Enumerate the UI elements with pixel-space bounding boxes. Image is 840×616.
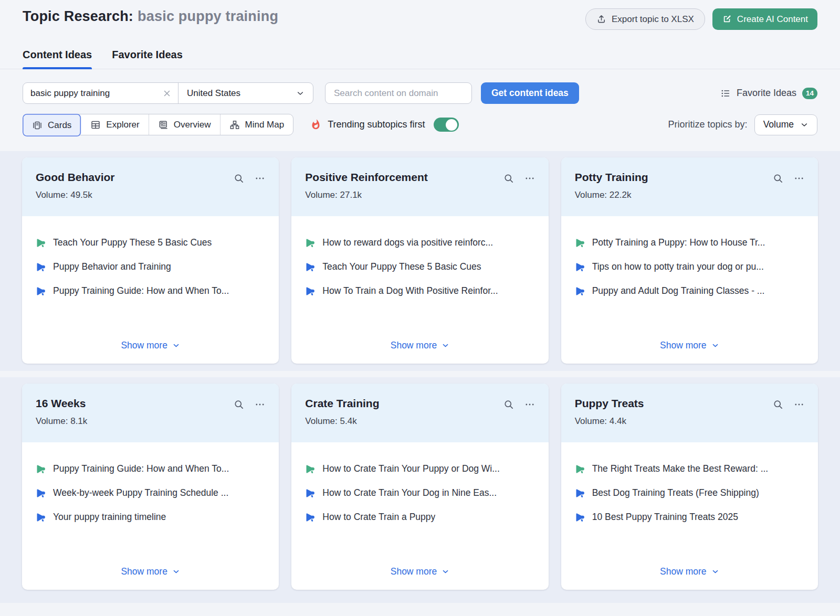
chevron-down-icon bbox=[711, 342, 719, 349]
content-idea[interactable]: Puppy Behavior and Training bbox=[36, 261, 265, 272]
search-topic-icon[interactable] bbox=[503, 173, 514, 184]
more-options-icon[interactable] bbox=[524, 173, 535, 184]
export-xlsx-button[interactable]: Export topic to XLSX bbox=[585, 8, 705, 30]
megaphone-icon bbox=[305, 512, 316, 523]
topic-title[interactable]: Potty Training bbox=[575, 171, 648, 184]
megaphone-icon bbox=[36, 512, 46, 523]
content-idea[interactable]: Teach Your Puppy These 5 Basic Cues bbox=[305, 261, 534, 272]
content-idea[interactable]: How to reward dogs via positive reinforc… bbox=[305, 237, 534, 248]
tab-content-ideas[interactable]: Content Ideas bbox=[23, 49, 92, 69]
view-explorer-button[interactable]: Explorer bbox=[81, 114, 149, 135]
content-idea[interactable]: Week-by-week Puppy Training Schedule ... bbox=[36, 487, 265, 498]
topic-card-body: Potty Training a Puppy: How to House Tr.… bbox=[561, 216, 818, 364]
topic-card-body: How to Crate Train Your Puppy or Dog Wi.… bbox=[291, 442, 548, 590]
megaphone-icon bbox=[305, 488, 316, 498]
content-idea[interactable]: Puppy Training Guide: How and When To... bbox=[36, 285, 265, 296]
topic-card-body: Puppy Training Guide: How and When To...… bbox=[22, 442, 279, 590]
domain-search-input[interactable] bbox=[325, 82, 472, 104]
chevron-down-icon bbox=[442, 342, 449, 349]
top-panel: Topic Research:basic puppy training Expo… bbox=[0, 0, 840, 151]
topic-card-crate-training: Crate Training Volume: 5.4k How to Crate… bbox=[291, 384, 548, 590]
topic-title[interactable]: 16 Weeks bbox=[36, 397, 87, 410]
list-icon bbox=[720, 88, 731, 99]
search-topic-icon[interactable] bbox=[234, 173, 244, 184]
megaphone-icon bbox=[305, 286, 316, 296]
megaphone-icon bbox=[36, 262, 46, 272]
content-idea[interactable]: How to Crate Train Your Dog in Nine Eas.… bbox=[305, 487, 534, 498]
keyword-country-group: United States bbox=[23, 82, 313, 104]
page-title-query: basic puppy training bbox=[138, 8, 278, 24]
cards-icon bbox=[32, 120, 43, 131]
megaphone-icon bbox=[36, 238, 46, 248]
more-options-icon[interactable] bbox=[794, 399, 804, 410]
megaphone-icon bbox=[305, 238, 316, 248]
topic-card-puppy-treats: Puppy Treats Volume: 4.4k The Right Trea… bbox=[561, 384, 818, 590]
content-idea[interactable]: Puppy and Adult Dog Training Classes - .… bbox=[575, 285, 804, 296]
content-idea[interactable]: Tips on how to potty train your dog or p… bbox=[575, 261, 804, 272]
more-options-icon[interactable] bbox=[255, 399, 265, 410]
topic-card-body: The Right Treats Make the Best Reward: .… bbox=[561, 442, 818, 590]
topic-card-potty-training: Potty Training Volume: 22.2k Potty Train… bbox=[561, 157, 818, 364]
show-more-button[interactable]: Show more bbox=[391, 340, 450, 354]
show-more-button[interactable]: Show more bbox=[121, 340, 180, 354]
topic-title[interactable]: Positive Reinforcement bbox=[305, 171, 427, 184]
keyword-box bbox=[23, 83, 178, 103]
megaphone-icon bbox=[575, 512, 585, 523]
more-options-icon[interactable] bbox=[524, 399, 535, 410]
content-idea[interactable]: Your puppy training timeline bbox=[36, 512, 265, 523]
content-idea[interactable]: 10 Best Puppy Training Treats 2025 bbox=[575, 512, 804, 523]
topic-card-header: Positive Reinforcement Volume: 27.1k bbox=[291, 157, 548, 216]
tabs: Content Ideas Favorite Ideas bbox=[0, 49, 840, 69]
get-content-ideas-button[interactable]: Get content ideas bbox=[481, 82, 579, 104]
prioritize-value: Volume bbox=[763, 119, 794, 130]
prioritize-select[interactable]: Volume bbox=[754, 114, 817, 135]
content-idea[interactable]: How To Train a Dog With Positive Reinfor… bbox=[305, 285, 534, 296]
toggle-knob bbox=[446, 119, 457, 131]
topic-title[interactable]: Puppy Treats bbox=[575, 397, 644, 410]
search-topic-icon[interactable] bbox=[773, 173, 783, 184]
content-idea[interactable]: Teach Your Puppy These 5 Basic Cues bbox=[36, 237, 265, 248]
view-toolbar: Cards Explorer Overview Mind Map Trendin… bbox=[23, 114, 817, 151]
header-actions: Export topic to XLSX Create AI Content bbox=[585, 8, 817, 30]
view-overview-button[interactable]: Overview bbox=[149, 114, 220, 135]
mindmap-icon bbox=[229, 120, 240, 130]
content-idea[interactable]: How to Crate Train Your Puppy or Dog Wi.… bbox=[305, 463, 534, 474]
content-idea[interactable]: Puppy Training Guide: How and When To... bbox=[36, 463, 265, 474]
search-topic-icon[interactable] bbox=[503, 399, 514, 410]
trending-control: Trending subtopics first bbox=[310, 118, 458, 132]
topic-volume: Volume: 5.4k bbox=[305, 416, 379, 427]
topic-card-16-weeks: 16 Weeks Volume: 8.1k Puppy Training Gui… bbox=[22, 384, 279, 590]
search-topic-icon[interactable] bbox=[773, 399, 783, 410]
edit-icon bbox=[722, 14, 732, 24]
content-idea[interactable]: Potty Training a Puppy: How to House Tr.… bbox=[575, 237, 804, 248]
more-options-icon[interactable] bbox=[794, 173, 804, 184]
topic-card-positive-reinforcement: Positive Reinforcement Volume: 27.1k How… bbox=[291, 157, 548, 364]
show-more-button[interactable]: Show more bbox=[121, 566, 180, 580]
show-more-button[interactable]: Show more bbox=[391, 566, 450, 580]
megaphone-icon bbox=[575, 262, 585, 272]
more-options-icon[interactable] bbox=[255, 173, 265, 184]
page-title: Topic Research:basic puppy training bbox=[23, 8, 278, 25]
chevron-down-icon bbox=[800, 121, 808, 129]
search-topic-icon[interactable] bbox=[234, 399, 244, 410]
topic-title[interactable]: Good Behavior bbox=[36, 171, 115, 184]
topic-title[interactable]: Crate Training bbox=[305, 397, 379, 410]
keyword-input[interactable] bbox=[30, 88, 162, 99]
view-cards-button[interactable]: Cards bbox=[23, 114, 81, 136]
topic-card-body: How to reward dogs via positive reinforc… bbox=[291, 216, 548, 364]
favorite-ideas-link[interactable]: Favorite Ideas 14 bbox=[720, 88, 817, 99]
topic-card-header: 16 Weeks Volume: 8.1k bbox=[22, 384, 279, 442]
megaphone-icon bbox=[575, 286, 585, 296]
content-idea[interactable]: The Right Treats Make the Best Reward: .… bbox=[575, 463, 804, 474]
content-idea[interactable]: Best Dog Training Treats (Free Shipping) bbox=[575, 487, 804, 498]
clear-keyword-icon[interactable] bbox=[162, 89, 172, 98]
tab-favorite-ideas[interactable]: Favorite Ideas bbox=[112, 49, 183, 69]
country-select[interactable]: United States bbox=[178, 83, 313, 103]
show-more-button[interactable]: Show more bbox=[660, 340, 719, 354]
show-more-button[interactable]: Show more bbox=[660, 566, 719, 580]
content-idea[interactable]: How to Crate Train a Puppy bbox=[305, 512, 534, 523]
view-mindmap-button[interactable]: Mind Map bbox=[220, 114, 293, 135]
topic-card-good-behavior: Good Behavior Volume: 49.5k Teach Your P… bbox=[22, 157, 279, 364]
trending-toggle[interactable] bbox=[434, 118, 459, 132]
create-ai-content-button[interactable]: Create AI Content bbox=[712, 8, 817, 30]
